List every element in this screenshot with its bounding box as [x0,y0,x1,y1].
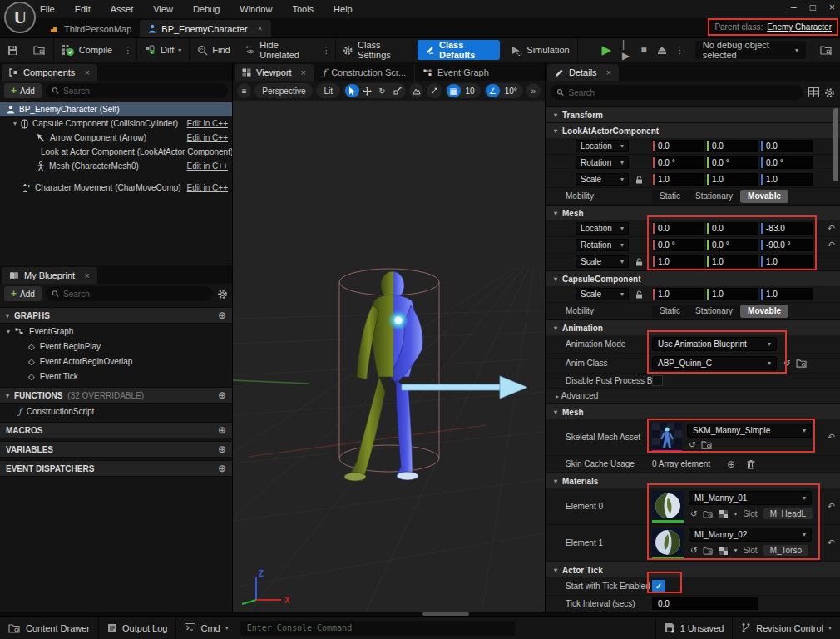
component-row-charmove[interactable]: Character Movement (CharMoveComp) Edit i… [0,181,232,195]
rotation-y-field[interactable]: 0.0 ° [706,239,758,251]
component-row-lookat[interactable]: Look at Actor Component (LookAtActor Com… [0,145,232,159]
animation-mode-select[interactable]: Use Animation Blueprint▾ [652,337,777,351]
add-array-element-icon[interactable]: ⊕ [727,458,735,470]
edit-in-cpp-link[interactable]: Edit in C++ [187,133,228,142]
anim-class-select[interactable]: ABP_Quinn_C▾ [652,356,777,370]
maximize-button[interactable]: □ [810,2,816,13]
filter-gear-icon[interactable] [217,289,228,300]
more-material-options-icon[interactable]: ▾ [734,510,737,518]
perspective-select[interactable]: Perspective [254,83,313,98]
use-selected-asset-icon[interactable]: ↺ [690,509,697,518]
details-search[interactable] [551,85,803,100]
material-0-select[interactable]: MI_Manny_01▾ [689,491,812,505]
menu-debug[interactable]: Debug [193,4,220,14]
event-actorbeginoverlap-row[interactable]: ◇ Event ActorBeginOverlap [0,354,232,369]
minimize-button[interactable]: – [791,2,797,13]
browse-to-asset-icon[interactable] [796,359,808,368]
scale-z-field[interactable]: 1.0 [760,173,813,186]
component-row-arrow[interactable]: Arrow Component (Arrow) Edit in C++ [0,131,232,145]
mobility-segmented-control[interactable]: Static Stationary Movable [652,305,788,318]
class-settings-button[interactable]: Class Settings [335,37,413,62]
mesh-transform-section-header[interactable]: ▾Mesh [546,205,840,220]
components-search-input[interactable] [63,87,222,96]
scale-dropdown[interactable]: Scale▾ [576,255,629,268]
unsaved-assets-button[interactable]: 1 Unsaved [656,617,733,639]
rotation-z-field[interactable]: 0.0 ° [760,156,813,169]
diff-button[interactable]: Diff▾ [137,37,189,62]
macros-section-header[interactable]: MACROS ⊕ [0,422,232,438]
details-scrollbar[interactable] [833,108,838,181]
constructionscript-row[interactable]: ƒ ConstructionScript [0,404,232,419]
lookat-section-header[interactable]: ▾LookAtActorComponent [546,122,840,138]
simulation-button[interactable]: Simulation [503,37,576,62]
lock-icon[interactable] [635,258,643,266]
tab-event-graph[interactable]: Event Graph [414,64,497,81]
components-search[interactable] [46,83,228,98]
transform-section-header[interactable]: ▾Transform [546,106,840,122]
revert-icon[interactable]: ↶ [828,432,835,443]
details-search-input[interactable] [569,88,798,97]
skeletal-mesh-thumbnail[interactable] [652,423,682,453]
more-tools-icon[interactable]: » [526,83,541,98]
rotate-tool-icon[interactable]: ↻ [375,84,389,97]
add-macro-icon[interactable]: ⊕ [218,424,226,436]
hide-unrelated-button[interactable]: Hide Unrelated [238,37,319,62]
menu-tools[interactable]: Tools [292,4,314,14]
scale-dropdown[interactable]: Scale▾ [576,288,629,300]
skeletal-mesh-select[interactable]: SKM_Manny_Simple▾ [687,424,812,438]
scale-y-field[interactable]: 1.0 [706,173,758,186]
graphs-section-header[interactable]: ▾GRAPHS ⊕ [0,307,232,324]
play-options-icon[interactable]: ⋮ [672,45,689,56]
material-1-select[interactable]: MI_Manny_02▾ [689,528,812,542]
select-tool-icon[interactable] [345,84,359,97]
browse-debug-object-button[interactable] [813,37,840,62]
use-selected-asset-icon[interactable]: ↺ [783,359,790,368]
class-defaults-button[interactable]: Class Defaults [418,40,500,60]
scale-z-field[interactable]: 1.0 [760,255,813,268]
frame-skip-button[interactable]: |▶ [617,38,635,62]
location-z-field[interactable]: 0.0 [760,140,813,152]
component-row-capsule[interactable]: ▾ Capsule Component (CollisionCylinder) … [0,116,232,131]
content-drawer-button[interactable]: Content Drawer [0,617,98,639]
rotation-dropdown[interactable]: Rotation▾ [576,156,629,169]
lit-mode-select[interactable]: Lit [316,83,340,98]
more-material-options-icon[interactable]: ▾ [734,547,737,554]
eventgraph-row[interactable]: ▾ EventGraph [0,324,232,339]
location-dropdown[interactable]: Location▾ [576,140,629,152]
location-dropdown[interactable]: Location▾ [576,222,629,235]
component-row-mesh[interactable]: Mesh (CharacterMesh0) Edit in C++ [0,159,232,173]
revert-icon[interactable]: ↶ [828,240,835,250]
menu-asset[interactable]: Asset [111,4,134,14]
rotation-x-field[interactable]: 0.0 ° [652,239,704,251]
animation-section-header[interactable]: ▾Animation [546,320,840,335]
location-z-field[interactable]: -83.0 [760,222,813,235]
tab-bp-enemycharacter[interactable]: BP_EnemyCharacter × [140,20,270,37]
rotation-snap-value[interactable]: 10° [501,87,521,96]
material-thumbnail[interactable] [652,491,684,523]
browse-to-asset-icon[interactable] [703,547,714,555]
cmd-select[interactable]: Cmd▾ [176,617,236,639]
location-y-field[interactable]: 0.0 [706,222,758,235]
rotation-snap-icon[interactable]: ∠ [486,84,500,97]
compile-options-icon[interactable]: ⋮ [120,45,136,56]
event-beginplay-row[interactable]: ◇ Event BeginPlay [0,339,232,354]
mobility-segmented-control[interactable]: Static Stationary Movable [652,190,788,203]
material-thumbnail[interactable] [652,528,684,559]
scale-tool-icon[interactable] [390,84,404,97]
variables-section-header[interactable]: VARIABLES ⊕ [0,441,232,458]
edit-in-cpp-link[interactable]: Edit in C++ [187,119,228,128]
location-y-field[interactable]: 0.0 [706,140,758,152]
rotation-dropdown[interactable]: Rotation▾ [576,239,629,251]
material-slot-name[interactable]: M_HeadL [763,508,813,519]
trash-icon[interactable] [747,459,755,469]
play-button[interactable]: ▶ [596,42,618,57]
grid-snap-icon[interactable]: ▦ [447,84,461,97]
scale-y-field[interactable]: 1.0 [706,288,758,300]
checker-texture-icon[interactable] [719,547,728,555]
rotation-y-field[interactable]: 0.0 ° [706,156,758,169]
lock-icon[interactable] [635,176,643,184]
scale-z-field[interactable]: 1.0 [760,288,813,300]
surface-snap-icon[interactable] [409,83,423,98]
event-tick-row[interactable]: ◇ Event Tick [0,369,232,384]
viewport-3d-canvas[interactable]: Z X [233,101,545,612]
